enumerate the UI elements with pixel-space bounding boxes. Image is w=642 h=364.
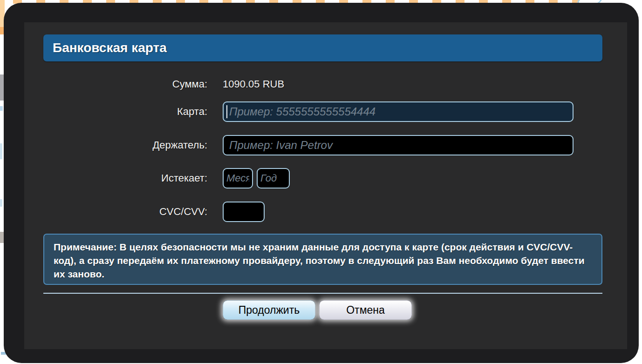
background-fragment	[0, 143, 2, 159]
footer-divider	[43, 293, 602, 294]
amount-row: Сумма: 1090.05 RUB	[43, 77, 602, 91]
expiry-year-input[interactable]	[257, 168, 290, 189]
text-caret	[226, 105, 227, 118]
dialog-header: Банковская карта	[43, 34, 602, 61]
expires-label: Истекает:	[43, 172, 207, 184]
amount-label: Сумма:	[43, 78, 207, 90]
card-number-input[interactable]	[223, 101, 574, 122]
amount-value: 1090.05 RUB	[223, 78, 284, 90]
cvc-row: CVC/CVV:	[43, 202, 602, 222]
card-holder-label: Держатель:	[43, 139, 207, 151]
background-fragment	[0, 199, 2, 207]
cancel-button[interactable]: Отмена	[319, 300, 412, 320]
background-fragment	[0, 232, 4, 243]
security-note: Примечание: В целях безопасности мы не х…	[43, 234, 602, 285]
card-row: Карта:	[43, 101, 602, 122]
card-number-label: Карта:	[43, 106, 207, 118]
continue-button[interactable]: Продолжить	[223, 300, 315, 320]
dialog-title: Банковская карта	[53, 40, 167, 55]
cvc-input[interactable]	[223, 202, 265, 222]
background-fragment	[0, 106, 3, 111]
background-fragment	[0, 74, 4, 101]
cvc-label: CVC/CVV:	[43, 206, 207, 218]
expiry-month-input[interactable]	[223, 168, 253, 189]
card-holder-input[interactable]	[223, 135, 574, 155]
holder-row: Держатель:	[43, 135, 602, 155]
expires-row: Истекает:	[43, 168, 602, 189]
